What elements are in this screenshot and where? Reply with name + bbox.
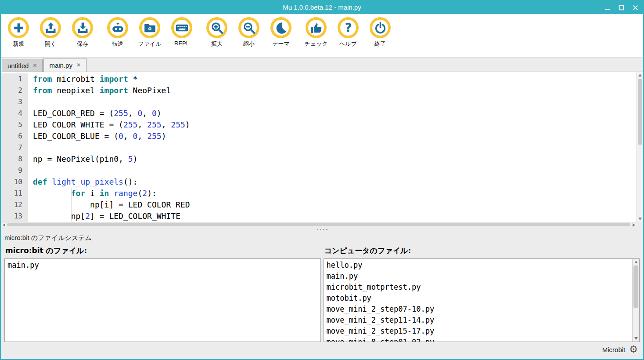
code-row: 13 np[2] = LED_COLOR_WHITE: [1, 211, 637, 222]
svg-text:?: ?: [345, 21, 352, 34]
code-line: LED_COLOR_BLUE = (0, 0, 255): [28, 131, 166, 142]
file-item[interactable]: microbit_motprtest.py: [324, 282, 633, 293]
microbit-files-column: micro:bit のファイル: main.py: [4, 243, 321, 342]
code-line: [28, 142, 33, 153]
code-line: [28, 165, 33, 176]
close-icon[interactable]: [632, 4, 639, 11]
files-scrollbar-thumb[interactable]: [633, 265, 638, 308]
arrow-down-icon: [634, 337, 638, 340]
microbit-files-header: micro:bit のファイル:: [4, 243, 321, 258]
toolbar-button-files-folder[interactable]: ファイル: [137, 17, 163, 57]
toolbar-button-zoom-in[interactable]: 拡大: [204, 17, 230, 57]
line-number: 5: [1, 119, 28, 131]
code-row: 6LED_COLOR_BLUE = (0, 0, 255): [1, 131, 637, 142]
file-item[interactable]: hello.py: [324, 260, 633, 271]
scroll-left-button[interactable]: [1, 222, 7, 227]
scroll-down-button[interactable]: [637, 216, 643, 222]
file-item[interactable]: move_mini_2_step07-10.py: [324, 304, 633, 315]
toolbar-button-label: ファイル: [138, 40, 161, 48]
check-thumbsup-icon: [306, 17, 327, 38]
toolbar-button-new-plus[interactable]: 新規: [5, 17, 32, 57]
maximize-icon[interactable]: [618, 4, 625, 11]
gear-icon[interactable]: ⚙: [629, 345, 638, 354]
microbit-files-list[interactable]: main.py: [4, 258, 321, 342]
toolbar-button-save-download[interactable]: 保存: [69, 17, 96, 57]
code-line: def light_up_pixels():: [28, 176, 137, 188]
editor-horizontal-scrollbar[interactable]: [1, 222, 637, 227]
line-number: 6: [1, 131, 28, 142]
files-scroll-up-button[interactable]: [633, 259, 639, 265]
files-columns: micro:bit のファイル: main.py コンピュータのファイル: he…: [1, 243, 643, 342]
toolbar-button-label: 新規: [13, 40, 24, 48]
tab-label: untitled: [7, 62, 29, 69]
tab-close-icon[interactable]: ✕: [76, 62, 81, 68]
line-number: 2: [1, 85, 28, 96]
new-plus-icon: [8, 17, 29, 38]
toolbar-button-repl-keyboard[interactable]: REPL: [169, 17, 195, 57]
line-number: 4: [1, 108, 28, 119]
line-number: 1: [1, 73, 28, 85]
flash-device-icon: [107, 17, 128, 38]
scroll-up-button[interactable]: [637, 72, 643, 78]
code-editor[interactable]: 1from microbit import *2from neopixel im…: [1, 72, 643, 227]
help-question-icon: ?: [338, 17, 359, 38]
save-download-icon: [72, 17, 93, 38]
computer-files-column: コンピュータのファイル: hello.pymain.pymicrobit_mot…: [324, 243, 640, 342]
file-item[interactable]: move_mini_2_step11-14.py: [324, 315, 633, 326]
files-pane: micro:bit のファイルシステム micro:bit のファイル: mai…: [1, 232, 643, 340]
toolbar-button-help-question[interactable]: ?ヘルプ: [335, 17, 361, 57]
editor-hscrollbar-thumb[interactable]: [7, 223, 630, 226]
repl-keyboard-icon: [171, 17, 192, 38]
splitter-handle[interactable]: [1, 227, 643, 232]
toolbar-button-check-thumbsup[interactable]: チェック: [303, 17, 329, 57]
toolbar-button-label: 保存: [77, 40, 88, 48]
arrow-right-icon: [633, 223, 635, 227]
computer-files-list[interactable]: hello.pymain.pymicrobit_motprtest.pymoto…: [324, 258, 640, 342]
theme-moon-icon: [270, 17, 291, 38]
toolbar-button-theme-moon[interactable]: テーマ: [268, 17, 294, 57]
line-number: 3: [1, 96, 28, 108]
code-line: np[2] = LED_COLOR_WHITE: [28, 211, 180, 222]
arrow-up-icon: [638, 74, 642, 76]
toolbar-button-label: 縮小: [243, 40, 255, 48]
computer-files-items: hello.pymain.pymicrobit_motprtest.pymoto…: [324, 259, 633, 342]
code-line: from microbit import *: [28, 73, 137, 85]
toolbar-button-label: テーマ: [272, 40, 290, 48]
code-row: 12 np[i] = LED_COLOR_RED: [1, 199, 637, 211]
titlebar: Mu 1.0.0.beta.12 - main.py: [1, 1, 643, 14]
computer-files-scrollbar[interactable]: [632, 259, 639, 342]
line-number: 12: [1, 199, 28, 211]
code-row: 3: [1, 96, 637, 108]
zoom-in-icon: [206, 17, 227, 38]
file-item[interactable]: main.py: [324, 271, 633, 282]
file-item[interactable]: move_mini_8_step01-02.py: [324, 337, 633, 342]
files-pane-title: micro:bit のファイルシステム: [1, 232, 643, 243]
code-line: np[i] = LED_COLOR_RED: [28, 199, 190, 211]
file-item[interactable]: motobit.py: [324, 293, 633, 304]
files-scroll-down-button[interactable]: [633, 335, 639, 342]
tab-close-icon[interactable]: ✕: [32, 62, 37, 69]
toolbar-button-open-upload[interactable]: 開く: [37, 17, 64, 57]
toolbar-button-zoom-out[interactable]: 縮小: [236, 17, 262, 57]
code-lines[interactable]: 1from microbit import *2from neopixel im…: [1, 72, 637, 222]
code-line: for i in range(2):: [28, 188, 157, 199]
toolbar-button-quit-power[interactable]: 終了: [367, 17, 393, 57]
code-line: [28, 96, 33, 108]
file-item[interactable]: main.py: [5, 260, 320, 271]
tab-untitled[interactable]: untitled✕: [2, 59, 43, 72]
line-number: 9: [1, 165, 28, 176]
code-row: 11 for i in range(2):: [1, 188, 637, 199]
tab-main-py[interactable]: main.py✕: [43, 58, 86, 72]
editor-scrollbar-thumb[interactable]: [638, 79, 642, 145]
toolbar-button-label: REPL: [174, 40, 189, 47]
code-row: 10def light_up_pixels():: [1, 176, 637, 188]
scroll-right-button[interactable]: [631, 222, 637, 227]
toolbar-button-label: チェック: [304, 40, 327, 48]
tab-label: main.py: [49, 62, 72, 69]
editor-vertical-scrollbar[interactable]: [637, 72, 643, 222]
file-item[interactable]: move_mini_2_step15-17.py: [324, 326, 633, 337]
code-row: 8np = NeoPixel(pin0, 5): [1, 153, 637, 165]
minimize-icon[interactable]: [604, 4, 611, 11]
toolbar-button-flash-device[interactable]: 転送: [104, 17, 131, 57]
toolbar-button-label: 転送: [112, 40, 123, 48]
